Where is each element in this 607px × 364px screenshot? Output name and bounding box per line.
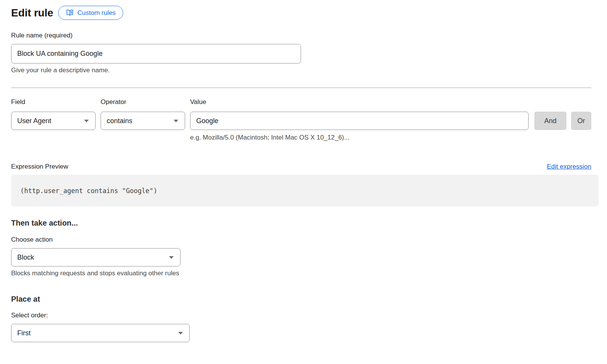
custom-rules-badge[interactable]: Custom rules [58, 6, 123, 20]
value-label: Value [190, 98, 529, 106]
expression-header: Expression Preview Edit expression [11, 163, 591, 171]
operator-label: Operator [101, 98, 185, 106]
value-help: e.g. Mozilla/5.0 (Macintosh; Intel Mac O… [190, 133, 529, 141]
edit-expression-link[interactable]: Edit expression [547, 163, 591, 171]
section-divider [11, 88, 591, 88]
and-button[interactable]: And [534, 112, 566, 130]
expression-code: (http.user_agent contains "Google") [20, 187, 157, 195]
expression-preview-label: Expression Preview [11, 163, 68, 171]
operator-select[interactable]: contains [101, 112, 185, 130]
choose-action-label: Choose action [11, 236, 591, 244]
select-order-label: Select order: [11, 312, 591, 319]
custom-rules-label: Custom rules [77, 9, 116, 17]
condition-row: Field User Agent Operator contains Value… [11, 98, 591, 141]
or-button[interactable]: Or [571, 112, 591, 130]
expression-preview-box: (http.user_agent contains "Google") [11, 175, 599, 206]
action-heading: Then take action... [11, 219, 591, 227]
edit-rule-page: Edit rule Custom rules Rule name (requir… [0, 0, 607, 364]
field-label: Field [11, 98, 96, 106]
operator-select-value: contains [107, 117, 132, 125]
operator-column: Operator contains [101, 98, 185, 130]
action-help: Blocks matching requests and stops evalu… [11, 269, 591, 277]
page-title: Edit rule [11, 6, 53, 20]
order-select[interactable]: First [11, 324, 190, 342]
rule-name-help: Give your rule a descriptive name. [11, 66, 591, 74]
rule-name-input[interactable] [11, 44, 301, 63]
field-select[interactable]: User Agent [11, 112, 96, 130]
value-input[interactable] [190, 112, 529, 130]
action-select[interactable]: Block [11, 248, 181, 266]
chevron-down-icon [178, 332, 183, 335]
place-at-heading: Place at [11, 295, 591, 304]
book-icon [66, 9, 74, 17]
chevron-down-icon [174, 120, 178, 122]
field-select-value: User Agent [17, 117, 51, 125]
field-column: Field User Agent [11, 98, 96, 130]
chevron-down-icon [169, 256, 174, 259]
page-header: Edit rule Custom rules [11, 6, 591, 20]
order-select-value: First [17, 329, 31, 337]
action-select-value: Block [17, 253, 34, 262]
rule-name-label: Rule name (required) [11, 32, 591, 39]
chevron-down-icon [84, 120, 89, 122]
value-column: Value e.g. Mozilla/5.0 (Macintosh; Intel… [190, 98, 529, 141]
